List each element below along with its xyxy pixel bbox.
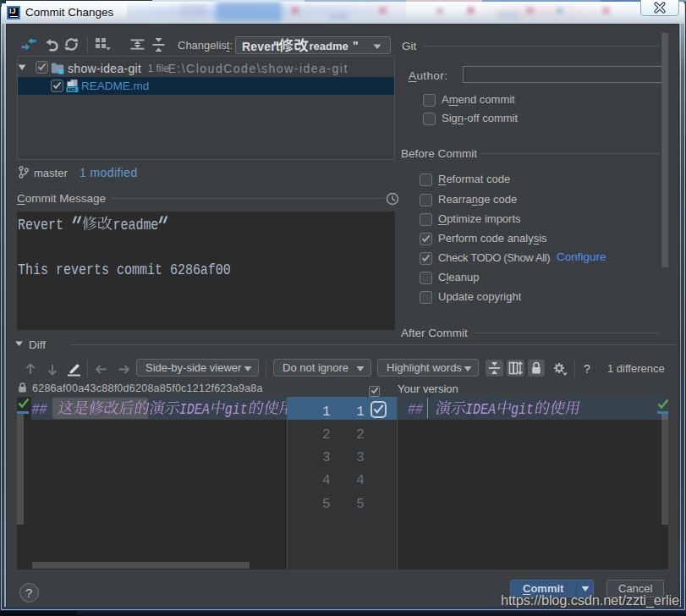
svg-text:3: 3	[322, 450, 331, 465]
svg-text:##: ##	[408, 400, 424, 418]
svg-text:IDEA: IDEA	[179, 400, 210, 418]
svg-text:5: 5	[356, 496, 365, 511]
svg-text:##: ##	[32, 400, 48, 418]
svg-text:git: git	[511, 400, 534, 418]
svg-text:5: 5	[322, 496, 331, 511]
svg-text:": "	[353, 39, 359, 52]
svg-text:MD: MD	[68, 86, 76, 92]
svg-text:2: 2	[356, 426, 365, 442]
svg-text:1: 1	[356, 404, 365, 419]
svg-text:git: git	[225, 400, 248, 418]
svg-text:4: 4	[322, 473, 331, 488]
svg-text:This reverts commit 6286af00: This reverts commit 6286af00	[18, 261, 231, 278]
svg-text:IDEA: IDEA	[465, 400, 496, 418]
svg-text:readme: readme	[310, 40, 348, 52]
svg-text:4: 4	[356, 473, 365, 488]
svg-text:2: 2	[322, 426, 331, 442]
svg-text:readme: readme	[113, 216, 158, 234]
svg-text:1: 1	[322, 404, 331, 419]
svg-text:Revert: Revert	[18, 216, 71, 234]
svg-text:3: 3	[356, 450, 365, 465]
